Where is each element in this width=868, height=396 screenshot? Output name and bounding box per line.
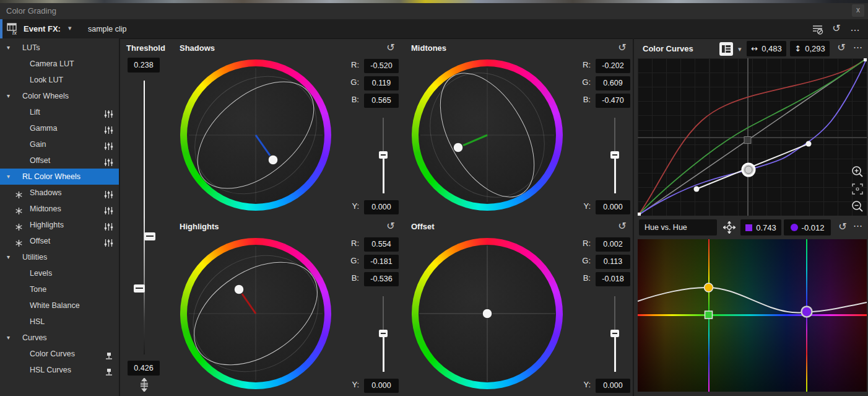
reset-icon[interactable]: ↺ [830,22,843,36]
r-label: R: [341,239,359,248]
hue-swatch-circle [791,224,798,231]
reset-icon[interactable]: ↺ [615,42,629,55]
threshold-slider-track[interactable] [144,81,145,354]
hue-mode-select[interactable]: Hue vs. Hue [639,219,717,235]
chevron-down-icon[interactable]: ▾ [738,45,742,53]
sidebar-item-color-curves[interactable]: Color Curves [0,346,119,362]
sidebar-item-offset[interactable]: Offset [0,152,119,169]
sidebar-item-rl-shadows[interactable]: Shadows [0,185,119,201]
sidebar-group-utilities[interactable]: ▾Utilities [0,249,119,265]
reset-icon[interactable]: ↺ [384,42,397,55]
point-y-value: 0,293 [805,44,825,53]
hue-point-x-field[interactable]: 0.743 [740,219,781,235]
more-menu-icon[interactable]: … [853,40,862,51]
sidebar-item-tone[interactable]: Tone [0,281,119,297]
close-icon[interactable]: x [852,4,864,17]
threshold-handle-upper[interactable] [144,232,155,240]
point-y-field[interactable]: ↕ 0,293 [790,41,830,56]
g-value[interactable]: -0.181 [364,255,399,269]
sidebar-item-look-lut[interactable]: Look LUT [0,72,119,88]
sidebar-item-rl-midtones[interactable]: Midtones [0,201,119,217]
toolbar: fx Event FX: ▾ sample clip ↺ … [0,19,868,39]
more-menu-icon[interactable]: … [848,22,862,36]
y-slider-handle[interactable] [379,330,388,337]
reset-icon[interactable]: ↺ [835,42,848,54]
y-value[interactable]: 0.000 [364,379,399,393]
g-value[interactable]: 0.609 [596,76,630,90]
g-value[interactable]: 0.119 [364,76,399,90]
sidebar-group-curves[interactable]: ▾Curves [0,330,119,346]
fit-view-icon[interactable] [851,182,864,196]
sidebar-item-hsl[interactable]: HSL [0,314,119,330]
zoom-out-icon[interactable] [851,200,864,213]
b-label: B: [572,273,591,283]
midtones-color-wheel[interactable] [412,59,563,211]
hue-point-yellow [705,283,713,292]
panel-title: Shadows [180,43,215,53]
reset-icon[interactable]: ↺ [836,221,849,233]
hue-point-y-field[interactable]: -0.012 [784,219,831,235]
chevron-down-icon[interactable]: ▾ [7,88,10,104]
hue-vs-hue-graph[interactable] [638,239,867,392]
sidebar-item-lift[interactable]: Lift [0,104,119,120]
y-slider-handle[interactable] [610,151,619,159]
r-value[interactable]: 0.002 [596,237,630,252]
pick-target-icon[interactable] [723,221,736,235]
more-menu-icon[interactable]: … [853,218,862,229]
threshold-label: Threshold [126,43,165,53]
b-value[interactable]: -0.018 [596,272,630,286]
chevron-down-icon[interactable]: ▾ [7,249,10,265]
sidebar-item-gain[interactable]: Gain [0,136,119,152]
y-slider[interactable] [379,296,388,372]
threshold-handle-lower[interactable] [134,284,145,293]
sidebar-group-rl-color-wheels[interactable]: ▾RL Color Wheels [0,169,119,185]
bypass-fx-icon[interactable] [811,22,825,36]
sidebar-item-gamma[interactable]: Gamma [0,120,119,136]
y-slider[interactable] [610,118,619,193]
shadows-color-wheel[interactable] [180,59,331,211]
y-slider[interactable] [610,296,619,372]
r-value[interactable]: -0.202 [596,59,630,73]
point-x-field[interactable]: ↔ 0,483 [747,41,786,56]
sidebar-group-color-wheels[interactable]: ▾Color Wheels [0,88,119,104]
y-value[interactable]: 0.000 [364,200,399,214]
zoom-in-icon[interactable] [851,165,864,178]
r-value[interactable]: -0.520 [364,59,399,73]
color-curves-editor[interactable] [638,58,867,216]
chevron-down-icon[interactable]: ▾ [7,330,10,346]
b-label: B: [572,95,591,104]
y-label: Y: [341,201,359,211]
channel-grid-icon[interactable] [719,42,733,56]
threshold-range-icon[interactable] [138,378,150,394]
g-value[interactable]: 0.113 [596,255,630,269]
sidebar-item-rl-highlights[interactable]: Highlights [0,217,119,233]
r-value[interactable]: 0.554 [364,237,399,252]
offset-color-wheel[interactable] [412,238,563,389]
b-value[interactable]: -0.470 [596,94,630,108]
sidebar-group-luts[interactable]: ▾LUTs [0,40,119,56]
chevron-down-icon[interactable]: ▾ [7,40,10,56]
pin-icon[interactable] [105,366,113,382]
threshold-top-value[interactable]: 0.238 [128,58,160,73]
y-value[interactable]: 0.000 [596,379,630,393]
sidebar-item-rl-offset[interactable]: Offset [0,233,119,249]
y-value[interactable]: 0.000 [596,200,630,214]
threshold-bottom-value[interactable]: 0.426 [128,361,160,376]
sidebar-item-levels[interactable]: Levels [0,265,119,281]
y-label: Y: [341,380,359,389]
sidebar-item-camera-lut[interactable]: Camera LUT [0,56,119,72]
b-value[interactable]: 0.565 [364,94,399,108]
y-slider[interactable] [379,118,388,193]
chevron-down-icon[interactable]: ▾ [68,24,72,32]
y-slider-handle[interactable] [379,151,388,159]
point-x-value: 0,483 [762,44,782,53]
chevron-down-icon[interactable]: ▾ [7,169,10,185]
sidebar-item-white-balance[interactable]: White Balance [0,297,119,314]
b-value[interactable]: -0.536 [364,272,399,286]
sidebar-item-hsl-curves[interactable]: HSL Curves [0,362,119,378]
reset-icon[interactable]: ↺ [384,220,397,234]
reset-icon[interactable]: ↺ [615,220,629,234]
highlights-color-wheel[interactable] [180,238,331,389]
y-slider-handle[interactable] [610,330,619,337]
shadows-panel: Shadows ↺ R: -0.520 G: 0.119 B: 0.565 Y:… [176,40,402,217]
